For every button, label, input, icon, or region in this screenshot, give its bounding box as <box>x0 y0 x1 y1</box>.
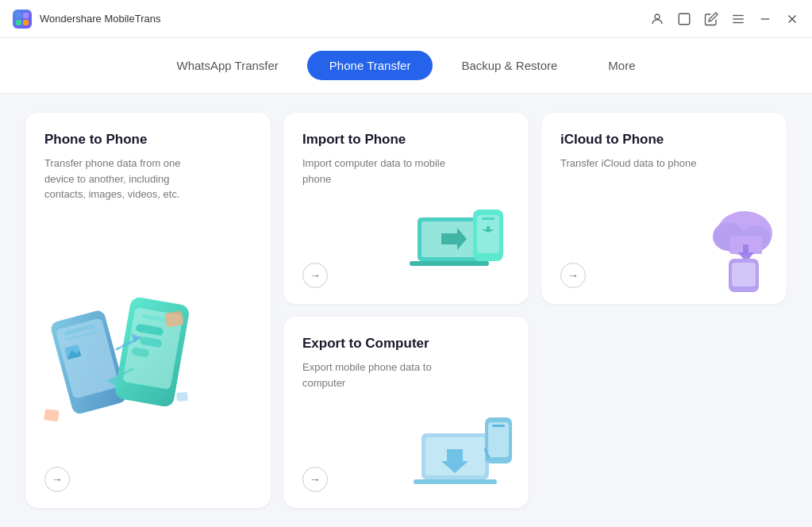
edit-icon[interactable] <box>704 12 718 26</box>
minimize-icon[interactable] <box>758 12 772 26</box>
svg-rect-5 <box>679 13 690 25</box>
tab-phone-transfer[interactable]: Phone Transfer <box>307 51 433 80</box>
titlebar: Wondershare MobileTrans <box>0 0 812 38</box>
titlebar-left: Wondershare MobileTrans <box>13 10 160 29</box>
app-icon <box>13 10 32 29</box>
card-icloud-arrow[interactable]: → <box>560 263 586 288</box>
card-icloud-to-phone[interactable]: iCloud to Phone Transfer iCloud data to … <box>541 113 787 304</box>
svg-rect-31 <box>410 261 489 266</box>
svg-rect-26 <box>164 310 184 328</box>
card-import-title: Import to Phone <box>302 132 510 148</box>
svg-point-4 <box>655 14 660 19</box>
svg-rect-1 <box>23 13 29 18</box>
card-phone-to-phone-arrow[interactable]: → <box>44 467 70 492</box>
card-export-arrow[interactable]: → <box>302 467 328 492</box>
svg-rect-43 <box>414 479 497 484</box>
svg-rect-13 <box>56 317 120 398</box>
app-title: Wondershare MobileTrans <box>40 13 160 25</box>
svg-rect-28 <box>176 392 188 402</box>
card-phone-to-phone-desc: Transfer phone data from one device to a… <box>44 156 203 202</box>
svg-rect-3 <box>23 20 29 25</box>
card-phone-to-phone[interactable]: Phone to Phone Transfer phone data from … <box>25 113 271 508</box>
svg-rect-33 <box>477 215 499 253</box>
card-import-to-phone[interactable]: Import to Phone Import computer data to … <box>283 113 529 304</box>
nav-bar: WhatsApp Transfer Phone Transfer Backup … <box>0 38 812 94</box>
card-import-arrow[interactable]: → <box>302 263 328 288</box>
tab-whatsapp-transfer[interactable]: WhatsApp Transfer <box>154 51 300 80</box>
close-icon[interactable] <box>785 12 799 26</box>
titlebar-controls[interactable] <box>650 12 799 26</box>
card-icloud-desc: Transfer iCloud data to phone <box>560 156 719 171</box>
svg-rect-0 <box>16 13 21 18</box>
card-import-desc: Import computer data to mobile phone <box>302 156 461 187</box>
svg-rect-46 <box>492 425 505 427</box>
export-illustration <box>410 406 521 504</box>
svg-rect-40 <box>732 263 756 287</box>
card-export-title: Export to Computer <box>302 336 510 352</box>
card-phone-to-phone-title: Phone to Phone <box>44 132 252 148</box>
svg-rect-34 <box>482 217 495 220</box>
card-icloud-title: iCloud to Phone <box>560 132 768 148</box>
tab-backup-restore[interactable]: Backup & Restore <box>439 51 579 80</box>
tab-more[interactable]: More <box>586 51 657 80</box>
phone-to-phone-illustration <box>41 290 255 464</box>
svg-rect-27 <box>44 409 60 421</box>
empty-cell <box>541 317 787 508</box>
svg-rect-45 <box>488 422 509 457</box>
svg-rect-2 <box>16 20 21 25</box>
icloud-illustration <box>669 199 780 298</box>
account-icon[interactable] <box>650 12 664 26</box>
menu-icon[interactable] <box>731 12 745 26</box>
card-export-to-computer[interactable]: Export to Computer Export mobile phone d… <box>283 317 529 508</box>
card-export-desc: Export mobile phone data to computer <box>302 360 461 390</box>
import-illustration <box>410 198 521 296</box>
window-icon[interactable] <box>677 12 691 26</box>
main-content: Phone to Phone Transfer phone data from … <box>0 94 812 527</box>
